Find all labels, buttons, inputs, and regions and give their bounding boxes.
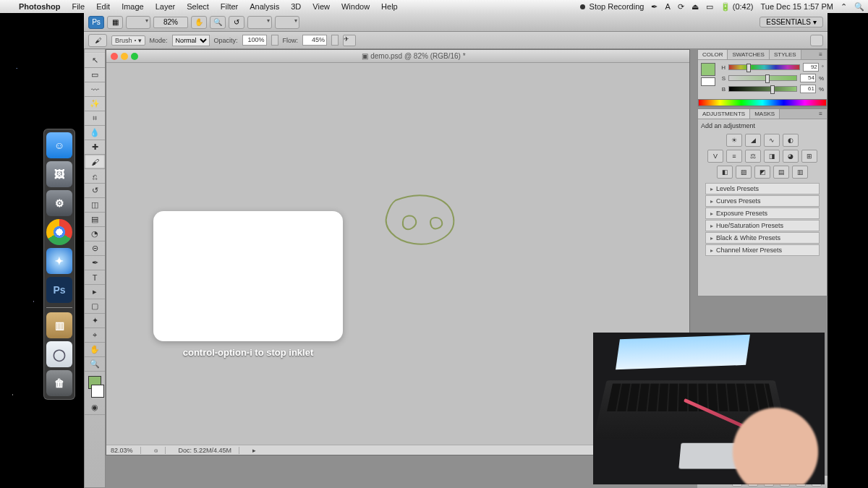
sync-icon[interactable]: ⟳ — [674, 2, 688, 12]
dock-trash-icon[interactable]: 🗑 — [46, 370, 72, 396]
preset-levels[interactable]: Levels Presets — [705, 183, 820, 194]
opacity-value[interactable]: 100% — [242, 35, 267, 46]
zoom-window-icon[interactable] — [131, 53, 138, 60]
zoom-level[interactable]: 82% — [153, 17, 188, 28]
dock-automator-icon[interactable]: ⚙ — [46, 190, 72, 216]
menubar-clock[interactable]: Tue Dec 15 1:57 PM — [757, 2, 837, 11]
background-color[interactable] — [91, 385, 104, 398]
3d-camera-tool[interactable]: ⌖ — [85, 328, 105, 343]
dock-inklet-icon[interactable]: ◯ — [46, 341, 72, 367]
eraser-tool[interactable]: ◫ — [85, 198, 105, 213]
quick-mask-toggle[interactable]: ◉ — [85, 401, 105, 415]
color-ramp[interactable] — [698, 99, 827, 106]
inklet-trackpad-panel[interactable] — [153, 211, 343, 341]
blend-mode-select[interactable]: Normal — [172, 35, 210, 46]
status-zoom[interactable]: 82.03% — [111, 447, 141, 454]
eyedropper-tool[interactable]: 💧 — [85, 126, 105, 140]
3d-tool[interactable]: ✦ — [85, 314, 105, 328]
history-brush-tool[interactable]: ↺ — [85, 184, 105, 198]
close-window-icon[interactable] — [111, 53, 118, 60]
healing-brush-tool[interactable]: ✚ — [85, 140, 105, 155]
menubar-stop-recording[interactable]: Stop Recording — [576, 2, 648, 11]
tab-masks[interactable]: MASKS — [750, 109, 780, 119]
app-name[interactable]: Photoshop — [13, 2, 66, 11]
dock-folder-icon[interactable]: ▥ — [46, 312, 72, 338]
flow-stepper[interactable] — [331, 35, 339, 46]
text-style-icon[interactable]: A — [661, 2, 673, 11]
adj-vibrance-icon[interactable]: V — [707, 150, 723, 163]
foreground-swatch[interactable] — [701, 63, 715, 76]
adj-threshold-icon[interactable]: ◩ — [754, 166, 770, 179]
dock-chrome-icon[interactable] — [46, 219, 72, 245]
flow-value[interactable]: 45% — [302, 35, 327, 46]
screen-mode-dropdown[interactable] — [275, 16, 299, 29]
adj-colorbal-icon[interactable]: ⚖ — [745, 150, 761, 163]
view-extras-dropdown[interactable] — [126, 16, 150, 29]
adj-channel-mixer-icon[interactable]: ⊞ — [801, 150, 817, 163]
document-titlebar[interactable]: ▣ demo.psd @ 82% (RGB/16) * — [106, 50, 689, 63]
adj-curves-icon[interactable]: ∿ — [764, 134, 780, 147]
dodge-tool[interactable]: ⊝ — [85, 241, 105, 256]
minimize-window-icon[interactable] — [121, 53, 128, 60]
menu-select[interactable]: Select — [181, 2, 215, 11]
tab-styles[interactable]: STYLES — [770, 50, 801, 59]
adj-exposure-icon[interactable]: ◐ — [783, 134, 799, 147]
adj-bw-icon[interactable]: ◨ — [764, 150, 780, 163]
wifi-icon[interactable]: ⌃ — [837, 2, 851, 12]
airbrush-icon[interactable]: ✈ — [343, 35, 356, 46]
ink-icon[interactable]: ✒ — [647, 2, 661, 12]
brush-panel-toggle-icon[interactable] — [810, 35, 823, 46]
hue-slider[interactable] — [728, 64, 800, 70]
adj-selective-color-icon[interactable]: ▥ — [792, 166, 808, 179]
menu-view[interactable]: View — [307, 2, 336, 11]
menu-edit[interactable]: Edit — [90, 2, 116, 11]
sat-value[interactable]: 54 — [800, 74, 816, 82]
tab-swatches[interactable]: SWATCHES — [728, 50, 769, 59]
current-tool-icon[interactable]: 🖌 — [88, 34, 107, 47]
bri-value[interactable]: 61 — [800, 85, 816, 93]
dock-finder-icon[interactable]: ☺ — [46, 132, 72, 158]
tab-color[interactable]: COLOR — [698, 50, 728, 59]
type-tool[interactable]: T — [85, 270, 105, 285]
menu-file[interactable]: File — [66, 2, 90, 11]
sat-slider[interactable] — [728, 75, 797, 81]
path-select-tool[interactable]: ▸ — [85, 285, 105, 299]
status-doc-size[interactable]: Doc: 5.22M/4.45M — [179, 447, 240, 454]
menu-analysis[interactable]: Analysis — [244, 2, 285, 11]
quick-select-tool[interactable]: ✨ — [85, 97, 105, 111]
ps-home-icon[interactable]: Ps — [88, 16, 104, 29]
move-tool[interactable]: ↖ — [85, 53, 105, 68]
clone-stamp-tool[interactable]: ⎌ — [85, 169, 105, 184]
preset-exposure[interactable]: Exposure Presets — [705, 207, 820, 219]
pen-tool[interactable]: ✒ — [85, 256, 105, 270]
menu-3d[interactable]: 3D — [285, 2, 307, 11]
dock-photoshop-icon[interactable]: Ps — [46, 277, 72, 303]
gradient-tool[interactable]: ▤ — [85, 213, 105, 227]
menu-image[interactable]: Image — [116, 2, 150, 11]
hand-tool[interactable]: ✋ — [85, 343, 105, 357]
workspace-switcher[interactable]: ESSENTIALS▾ — [760, 17, 823, 27]
bri-slider[interactable] — [728, 86, 797, 92]
adj-invert-icon[interactable]: ◧ — [717, 166, 733, 179]
zoom-tool[interactable]: 🔍 — [85, 357, 105, 372]
background-swatch[interactable] — [701, 77, 715, 86]
preset-channel-mixer[interactable]: Channel Mixer Presets — [705, 244, 820, 256]
adj-brightness-icon[interactable]: ☀ — [726, 134, 742, 147]
menu-window[interactable]: Window — [336, 2, 375, 11]
dock-safari-icon[interactable]: ✦ — [46, 248, 72, 274]
spotlight-icon[interactable]: 🔍 — [851, 2, 868, 12]
eject-icon[interactable]: ⏏ — [688, 2, 702, 12]
rotate-view-icon[interactable]: ↺ — [229, 16, 244, 29]
arrange-documents-dropdown[interactable] — [247, 16, 272, 29]
tab-adjustments[interactable]: ADJUSTMENTS — [698, 109, 750, 119]
menu-help[interactable]: Help — [375, 2, 404, 11]
brush-preset-picker[interactable]: Brush▾ — [111, 35, 145, 46]
preset-bw[interactable]: Black & White Presets — [705, 232, 820, 244]
hue-value[interactable]: 92 — [803, 63, 819, 72]
zoom-tool-icon[interactable]: 🔍 — [210, 16, 226, 29]
preset-curves[interactable]: Curves Presets — [705, 195, 820, 207]
status-info-icon[interactable]: ⌾ — [154, 447, 166, 454]
shape-tool[interactable]: ▢ — [85, 299, 105, 314]
brush-tool[interactable]: 🖌 — [85, 155, 105, 169]
marquee-tool[interactable]: ▭ — [85, 68, 105, 82]
